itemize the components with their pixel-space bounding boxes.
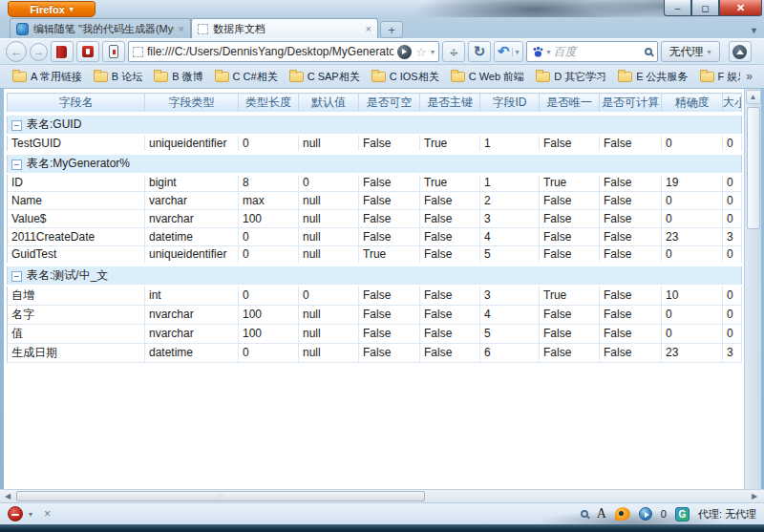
tab-label: 编辑随笔 "我的代码生成器(MyGene...	[33, 22, 174, 36]
reload-button[interactable]: ↻	[468, 41, 491, 62]
table-cell: 1	[480, 135, 540, 153]
addon-clipper-button[interactable]	[76, 41, 99, 62]
table-cell: uniqueidentifier	[145, 246, 239, 265]
scroll-right-icon[interactable]: ▶	[747, 491, 762, 502]
table-cell: max	[239, 192, 299, 210]
font-size-icon[interactable]: A	[597, 507, 606, 521]
close-button[interactable]: ✕	[719, 0, 762, 16]
collapse-icon[interactable]: −	[11, 120, 22, 131]
undo-dropdown-icon[interactable]: ▾	[512, 48, 520, 56]
list-all-tabs-icon[interactable]: ▼	[750, 26, 758, 35]
table-cell: null	[299, 343, 359, 362]
table-cell: 值	[8, 324, 145, 343]
adblock-icon[interactable]	[8, 506, 23, 521]
collapse-icon[interactable]: −	[11, 271, 22, 282]
table-cell: True	[420, 135, 480, 153]
table-cell: False	[540, 343, 600, 362]
table-cell: bigint	[145, 174, 239, 192]
bookmark-folder[interactable]: E 公共服务	[613, 68, 692, 86]
tab-database-doc[interactable]: 数据库文档 ×	[191, 18, 378, 38]
download-count: 0	[661, 508, 667, 520]
proxy-status-label[interactable]: 代理: 无代理	[698, 507, 756, 521]
column-header: 是否唯一	[540, 94, 600, 114]
bookmark-folder[interactable]: C Web 前端	[446, 68, 529, 86]
adblock-dropdown-icon[interactable]: ▾	[29, 510, 32, 519]
bookmark-folder[interactable]: B 论坛	[89, 68, 147, 86]
bookmark-folder-label: A 常用链接	[31, 70, 82, 84]
search-input[interactable]: 百度	[554, 44, 642, 60]
reload-icon: ↻	[474, 45, 486, 58]
bookmark-star-icon[interactable]: ☆	[415, 45, 427, 59]
table-group-name: 表名:测试/中_文	[27, 268, 108, 282]
blog-favicon-icon	[16, 23, 29, 35]
addon-device-button[interactable]	[102, 41, 125, 62]
url-bar[interactable]: file:///C:/Users/DennisYang/Desktop/MyGe…	[128, 41, 439, 62]
table-cell: TestGUID	[8, 135, 145, 153]
scroll-left-icon[interactable]: ◀	[0, 491, 15, 502]
page-body: 字段名字段类型类型长度默认值是否可空是否主键字段ID是否唯一是否可计算精确度大小…	[4, 89, 744, 489]
vertical-scroll-thumb[interactable]	[747, 107, 760, 229]
table-group-name: 表名:GUID	[27, 117, 81, 131]
search-icon[interactable]	[645, 48, 652, 55]
search-engine-dropdown-icon[interactable]: ▾	[547, 48, 551, 56]
tab-close-icon[interactable]: ×	[179, 23, 184, 34]
table-cell: False	[540, 305, 600, 324]
scroll-up-icon[interactable]: ▲	[746, 90, 761, 104]
table-row: Value$nvarchar100nullFalseFalse3FalseFal…	[8, 210, 742, 228]
firefox-menu-label: Firefox	[30, 4, 65, 15]
url-text[interactable]: file:///C:/Users/DennisYang/Desktop/MyGe…	[147, 45, 393, 58]
forward-button[interactable]: →	[30, 43, 48, 61]
table-group-name: 表名:MyGenerator%	[27, 157, 130, 170]
table-cell: False	[600, 246, 662, 265]
folder-icon	[451, 72, 465, 82]
bookmark-folder-label: E 公共服务	[636, 70, 688, 84]
vertical-scrollbar[interactable]: ▲	[744, 89, 761, 489]
maximize-button[interactable]: ◻	[691, 0, 719, 16]
bookmarks-overflow-chevron[interactable]: »	[742, 70, 756, 83]
table-cell: False	[359, 174, 420, 192]
zoom-icon[interactable]	[581, 510, 588, 518]
bookmark-folders: A 常用链接B 论坛B 微博C C#相关C SAP相关C IOS相关C Web …	[8, 68, 740, 86]
video-downloader-icon[interactable]	[639, 507, 652, 521]
minimize-button[interactable]: –	[664, 0, 691, 16]
table-row: TestGUIDuniqueidentifier0nullFalseTrue1F…	[8, 135, 742, 153]
bookmark-folder[interactable]: F 娱乐相关	[695, 68, 741, 86]
table-cell: False	[420, 210, 480, 228]
table-cell: False	[359, 135, 420, 153]
device-icon	[109, 45, 118, 58]
table-cell: Name	[8, 192, 145, 210]
proxy-selector-button[interactable]: 无代理 ▾	[661, 41, 720, 62]
go-button[interactable]	[397, 45, 412, 59]
column-header: 精确度	[662, 94, 723, 114]
back-button[interactable]: ←	[6, 41, 27, 62]
bookmark-folder[interactable]: B 微博	[149, 68, 207, 86]
greasemonkey-icon[interactable]: G	[675, 507, 690, 521]
bookmark-folder[interactable]: C C#相关	[210, 68, 283, 86]
collapse-icon[interactable]: −	[11, 160, 22, 170]
addon-notes-button[interactable]	[51, 41, 74, 62]
tab-close-icon[interactable]: ×	[366, 23, 371, 34]
bookmark-folder[interactable]: D 其它学习	[531, 68, 611, 86]
proxy-selector-label: 无代理	[669, 44, 704, 60]
statusbar-close-icon[interactable]: ×	[44, 507, 51, 521]
firefox-menu-button[interactable]: Firefox ▾	[8, 1, 96, 17]
horizontal-scrollbar[interactable]: ◀ ▶	[0, 489, 764, 502]
bookmark-folder[interactable]: A 常用链接	[8, 68, 87, 86]
bookmark-folder[interactable]: C IOS相关	[367, 68, 444, 86]
table-row: NamevarcharmaxnullFalseFalse2FalseFalse0…	[8, 192, 742, 210]
window-controls: – ◻ ✕	[664, 0, 762, 16]
undo-close-tab-button[interactable]: ↶ ▾	[494, 41, 523, 62]
new-tab-button[interactable]: +	[380, 21, 403, 38]
horizontal-scroll-thumb[interactable]	[16, 491, 425, 501]
page-favicon-icon	[133, 47, 143, 57]
table-cell: ID	[8, 174, 145, 192]
scrapbook-button[interactable]: ↔ ↕	[442, 41, 465, 62]
flashgot-icon[interactable]	[615, 507, 630, 521]
panel-up-button[interactable]	[729, 41, 752, 62]
tab-blog-editor[interactable]: 编辑随笔 "我的代码生成器(MyGene... ×	[10, 18, 191, 38]
file-favicon-icon	[198, 24, 208, 34]
bookmark-folder[interactable]: C SAP相关	[285, 68, 365, 86]
urlbar-dropdown-icon[interactable]: ▾	[431, 48, 435, 56]
baidu-paw-icon[interactable]	[532, 46, 544, 58]
search-box[interactable]: ▾ 百度	[526, 41, 658, 62]
